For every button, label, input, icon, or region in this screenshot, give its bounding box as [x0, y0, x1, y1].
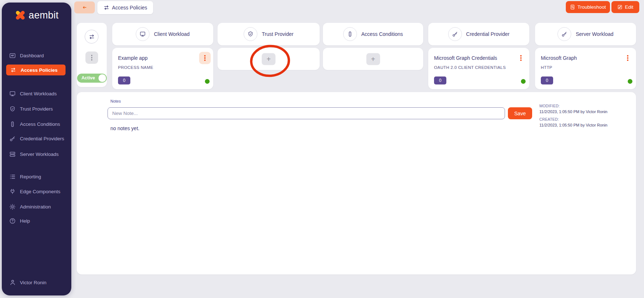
sidebar-item-label: Help — [20, 218, 30, 224]
sidebar-item-access-policies[interactable]: Access Policies — [6, 65, 66, 75]
sidebar-item-label: Dashboard — [20, 53, 44, 58]
sidebar-item-help[interactable]: Help — [9, 216, 67, 225]
column-header-label: Client Workload — [154, 31, 190, 37]
created-value: 11/2/2023, 1:05:50 PM by Victor Ronin — [539, 123, 634, 127]
column-header-credential-provider: Credential Provider — [428, 23, 529, 45]
sidebar-item-label: Reporting — [20, 174, 41, 179]
card-subtitle: PROCESS NAME — [118, 65, 153, 70]
column-header-label: Access Conditions — [361, 31, 403, 37]
sidebar-item-trust-providers[interactable]: Trust Providers — [9, 104, 67, 113]
sidebar-item-credential-providers[interactable]: Credential Providers — [9, 134, 67, 143]
traffic-light-icon — [9, 121, 16, 128]
dashboard-icon — [9, 52, 16, 59]
monitor-icon — [136, 27, 150, 41]
policy-direction-badge — [85, 30, 98, 44]
notes-empty-text: no notes yet. — [110, 125, 139, 131]
kebab-icon — [91, 55, 93, 61]
created-label: CREATED: — [539, 117, 634, 121]
swap-arrows-icon — [103, 4, 110, 11]
sidebar-item-client-workloads[interactable]: Client Workloads — [9, 89, 67, 98]
modified-label: MODIFIED: — [539, 104, 634, 108]
active-toggle[interactable]: Active — [77, 74, 107, 83]
edit-pencil-icon — [617, 4, 623, 10]
sidebar-item-edge-components[interactable]: Edge Components — [9, 187, 67, 196]
aembit-logo-icon — [14, 10, 26, 21]
trust-provider-add-card: + — [218, 48, 320, 70]
sidebar-item-label: Edge Components — [20, 189, 60, 194]
card-title: Microsoft Graph — [541, 55, 577, 61]
sidebar-item-label: Server Workloads — [20, 152, 59, 157]
traffic-light-icon — [343, 27, 357, 41]
edit-button[interactable]: Edit — [611, 1, 639, 13]
back-button[interactable] — [74, 1, 95, 13]
kebab-icon — [520, 55, 522, 61]
sidebar-item-server-workloads[interactable]: Server Workloads — [9, 150, 67, 158]
column-header-trust-provider: Trust Provider — [218, 23, 320, 45]
sidebar-item-reporting[interactable]: Reporting — [9, 172, 67, 181]
active-toggle-label: Active — [81, 75, 95, 80]
policy-menu-button[interactable] — [85, 51, 98, 64]
new-note-input[interactable] — [108, 107, 505, 119]
troubleshoot-button[interactable]: Troubleshoot — [566, 1, 610, 13]
card-title: Microsoft Graph Credentials — [434, 55, 497, 61]
sidebar: aembit Dashboard Access Policies Client … — [2, 3, 71, 295]
save-label: Save — [514, 111, 526, 116]
sidebar-item-label: Access Policies — [21, 67, 58, 73]
back-arrow-icon — [81, 4, 88, 11]
column-header-label: Server Workload — [576, 31, 613, 37]
gear-icon — [9, 203, 16, 210]
card-menu-button[interactable] — [518, 54, 524, 62]
sidebar-item-label: Credential Providers — [20, 136, 64, 141]
monitor-icon — [9, 90, 16, 97]
sidebar-item-access-conditions[interactable]: Access Conditions — [9, 120, 67, 128]
page: aembit Dashboard Access Policies Client … — [0, 0, 644, 298]
troubleshoot-label: Troubleshoot — [577, 4, 606, 10]
policy-meta: MODIFIED: 11/2/2023, 1:05:50 PM by Victo… — [539, 100, 634, 127]
count-badge: 0 — [541, 76, 553, 84]
breadcrumb[interactable]: Access Policies — [97, 1, 153, 14]
user-menu[interactable]: Victor Ronin — [9, 278, 67, 287]
kebab-icon — [627, 55, 628, 61]
count-badge: 0 — [118, 76, 130, 84]
card-subtitle: HTTP — [541, 65, 552, 70]
column-header-label: Trust Provider — [262, 31, 293, 37]
add-trust-provider-button[interactable]: + — [262, 53, 275, 65]
breadcrumb-label: Access Policies — [112, 5, 147, 11]
modified-value: 11/2/2023, 1:05:50 PM by Victor Ronin — [539, 109, 634, 114]
kebab-icon — [204, 55, 206, 61]
server-workload-card[interactable]: Microsoft Graph HTTP 0 — [535, 48, 636, 89]
column-header-access-conditions: Access Conditions — [323, 23, 423, 45]
save-note-button[interactable]: Save — [508, 107, 532, 119]
swap-arrows-icon — [88, 33, 95, 40]
credential-provider-card[interactable]: Microsoft Graph Credentials OAUTH 2.0 CL… — [428, 48, 529, 89]
toggle-knob — [98, 74, 106, 82]
status-dot — [628, 79, 632, 84]
edit-label: Edit — [625, 4, 633, 10]
person-icon — [9, 279, 16, 286]
notes-label: Notes — [110, 99, 121, 103]
access-conditions-add-card: + — [323, 48, 423, 70]
card-menu-button[interactable] — [624, 54, 631, 62]
document-search-icon — [570, 4, 575, 10]
user-name: Victor Ronin — [20, 280, 46, 285]
sidebar-item-administration[interactable]: Administration — [9, 202, 67, 211]
notes-panel: Notes Save MODIFIED: 11/2/2023, 1:05:50 … — [77, 92, 636, 274]
status-dot — [521, 79, 526, 84]
card-subtitle: OAUTH 2.0 CLIENT CREDENTIALS — [434, 65, 506, 70]
client-workload-card[interactable]: Example app PROCESS NAME 0 — [112, 48, 213, 89]
key-icon — [557, 27, 571, 41]
card-menu-button[interactable] — [199, 52, 211, 64]
sidebar-item-label: Access Conditions — [20, 121, 60, 127]
list-icon — [9, 173, 16, 180]
key-icon — [448, 27, 462, 41]
shield-check-icon — [9, 105, 16, 112]
sidebar-item-label: Client Workloads — [20, 91, 57, 96]
column-header-server-workload: Server Workload — [535, 23, 636, 45]
column-header-client-workload: Client Workload — [112, 23, 213, 45]
app-logo-text: aembit — [29, 10, 59, 21]
add-access-condition-button[interactable]: + — [366, 53, 380, 65]
plug-icon — [9, 188, 16, 195]
sidebar-item-dashboard[interactable]: Dashboard — [9, 51, 67, 60]
swap-arrows-icon — [10, 67, 17, 73]
question-circle-icon — [9, 218, 16, 224]
